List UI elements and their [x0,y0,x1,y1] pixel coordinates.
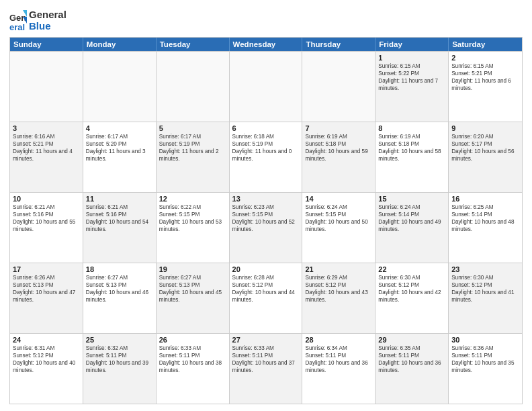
cal-cell-2-5: 15Sunrise: 6:24 AM Sunset: 5:14 PM Dayli… [375,193,449,263]
cell-info-14: Sunrise: 6:24 AM Sunset: 5:15 PM Dayligh… [305,203,372,233]
page: Gen eral General Blue SundayMondayTuesda… [0,0,532,411]
day-number-8: 8 [378,124,445,132]
cal-cell-0-5: 1Sunrise: 6:15 AM Sunset: 5:22 PM Daylig… [375,52,449,122]
day-number-3: 3 [13,124,80,132]
cell-info-28: Sunrise: 6:34 AM Sunset: 5:11 PM Dayligh… [305,345,372,374]
cell-info-21: Sunrise: 6:29 AM Sunset: 5:12 PM Dayligh… [305,274,372,304]
cal-cell-3-4: 21Sunrise: 6:29 AM Sunset: 5:12 PM Dayli… [302,263,375,333]
cal-cell-2-4: 14Sunrise: 6:24 AM Sunset: 5:15 PM Dayli… [302,193,375,263]
cell-info-23: Sunrise: 6:30 AM Sunset: 5:12 PM Dayligh… [451,274,519,304]
cell-info-9: Sunrise: 6:20 AM Sunset: 5:17 PM Dayligh… [451,133,519,163]
cal-cell-4-6: 30Sunrise: 6:36 AM Sunset: 5:11 PM Dayli… [449,334,522,404]
day-number-12: 12 [159,195,226,203]
cell-info-17: Sunrise: 6:26 AM Sunset: 5:13 PM Dayligh… [13,274,80,304]
cal-cell-0-3 [230,52,303,122]
day-number-21: 21 [305,265,372,273]
cell-info-5: Sunrise: 6:17 AM Sunset: 5:19 PM Dayligh… [159,133,226,163]
day-number-2: 2 [451,54,519,62]
day-number-26: 26 [159,336,226,344]
day-number-23: 23 [451,265,519,273]
cal-cell-2-6: 16Sunrise: 6:25 AM Sunset: 5:14 PM Dayli… [449,193,522,263]
cell-info-27: Sunrise: 6:33 AM Sunset: 5:11 PM Dayligh… [232,345,300,374]
day-number-18: 18 [86,265,153,273]
cell-info-11: Sunrise: 6:21 AM Sunset: 5:16 PM Dayligh… [86,203,153,233]
day-number-10: 10 [13,195,80,203]
cal-cell-0-2 [157,52,230,122]
cal-row-0: 1Sunrise: 6:15 AM Sunset: 5:22 PM Daylig… [10,51,522,122]
cell-info-6: Sunrise: 6:18 AM Sunset: 5:19 PM Dayligh… [232,133,300,163]
cal-cell-4-5: 29Sunrise: 6:35 AM Sunset: 5:11 PM Dayli… [375,334,449,404]
cell-info-30: Sunrise: 6:36 AM Sunset: 5:11 PM Dayligh… [451,345,519,374]
calendar: SundayMondayTuesdayWednesdayThursdayFrid… [9,37,523,404]
cell-info-15: Sunrise: 6:24 AM Sunset: 5:14 PM Dayligh… [378,203,445,233]
cal-cell-0-0 [10,52,83,122]
calendar-header-row: SundayMondayTuesdayWednesdayThursdayFrid… [10,38,522,51]
cal-row-4: 24Sunrise: 6:31 AM Sunset: 5:12 PM Dayli… [10,333,522,404]
svg-text:eral: eral [9,22,25,32]
cell-info-10: Sunrise: 6:21 AM Sunset: 5:16 PM Dayligh… [13,203,80,233]
cal-cell-4-3: 27Sunrise: 6:33 AM Sunset: 5:11 PM Dayli… [230,334,303,404]
cell-info-18: Sunrise: 6:27 AM Sunset: 5:13 PM Dayligh… [86,274,153,304]
cell-info-1: Sunrise: 6:15 AM Sunset: 5:22 PM Dayligh… [378,62,445,92]
calendar-body: 1Sunrise: 6:15 AM Sunset: 5:22 PM Daylig… [10,51,522,404]
cal-cell-1-1: 4Sunrise: 6:17 AM Sunset: 5:20 PM Daylig… [83,122,157,192]
cell-info-8: Sunrise: 6:19 AM Sunset: 5:18 PM Dayligh… [378,133,445,163]
cal-header-sunday: Sunday [10,38,83,51]
cal-cell-3-2: 19Sunrise: 6:27 AM Sunset: 5:13 PM Dayli… [157,263,230,333]
day-number-9: 9 [451,124,519,132]
day-number-16: 16 [451,195,519,203]
cal-cell-2-2: 12Sunrise: 6:22 AM Sunset: 5:15 PM Dayli… [157,193,230,263]
day-number-25: 25 [86,336,153,344]
day-number-14: 14 [305,195,372,203]
day-number-11: 11 [86,195,153,203]
cal-cell-4-2: 26Sunrise: 6:33 AM Sunset: 5:11 PM Dayli… [157,334,230,404]
cal-cell-3-5: 22Sunrise: 6:30 AM Sunset: 5:12 PM Dayli… [375,263,449,333]
cal-header-thursday: Thursday [302,38,375,51]
cell-info-24: Sunrise: 6:31 AM Sunset: 5:12 PM Dayligh… [13,345,80,374]
cal-cell-3-1: 18Sunrise: 6:27 AM Sunset: 5:13 PM Dayli… [83,263,157,333]
cell-info-20: Sunrise: 6:28 AM Sunset: 5:12 PM Dayligh… [232,274,300,304]
cal-cell-2-0: 10Sunrise: 6:21 AM Sunset: 5:16 PM Dayli… [10,193,83,263]
cal-cell-1-5: 8Sunrise: 6:19 AM Sunset: 5:18 PM Daylig… [375,122,449,192]
day-number-19: 19 [159,265,226,273]
day-number-24: 24 [13,336,80,344]
cal-cell-1-4: 7Sunrise: 6:19 AM Sunset: 5:18 PM Daylig… [302,122,375,192]
cal-header-tuesday: Tuesday [157,38,230,51]
cal-row-2: 10Sunrise: 6:21 AM Sunset: 5:16 PM Dayli… [10,192,522,263]
cal-cell-4-4: 28Sunrise: 6:34 AM Sunset: 5:11 PM Dayli… [302,334,375,404]
logo-text: General [29,9,66,21]
cal-cell-0-6: 2Sunrise: 6:15 AM Sunset: 5:21 PM Daylig… [449,52,522,122]
cal-cell-1-3: 6Sunrise: 6:18 AM Sunset: 5:19 PM Daylig… [230,122,303,192]
header: Gen eral General Blue [9,7,523,32]
cal-cell-1-0: 3Sunrise: 6:16 AM Sunset: 5:21 PM Daylig… [10,122,83,192]
day-number-28: 28 [305,336,372,344]
logo: Gen eral General Blue [9,9,66,32]
day-number-15: 15 [378,195,445,203]
cell-info-16: Sunrise: 6:25 AM Sunset: 5:14 PM Dayligh… [451,203,519,233]
day-number-7: 7 [305,124,372,132]
day-number-4: 4 [86,124,153,132]
cal-cell-0-4 [302,52,375,122]
cell-info-13: Sunrise: 6:23 AM Sunset: 5:15 PM Dayligh… [232,203,300,233]
cal-cell-3-0: 17Sunrise: 6:26 AM Sunset: 5:13 PM Dayli… [10,263,83,333]
day-number-13: 13 [232,195,300,203]
cell-info-3: Sunrise: 6:16 AM Sunset: 5:21 PM Dayligh… [13,133,80,163]
cal-cell-4-0: 24Sunrise: 6:31 AM Sunset: 5:12 PM Dayli… [10,334,83,404]
day-number-27: 27 [232,336,300,344]
day-number-20: 20 [232,265,300,273]
cell-info-7: Sunrise: 6:19 AM Sunset: 5:18 PM Dayligh… [305,133,372,163]
cell-info-19: Sunrise: 6:27 AM Sunset: 5:13 PM Dayligh… [159,274,226,304]
cal-cell-2-1: 11Sunrise: 6:21 AM Sunset: 5:16 PM Dayli… [83,193,157,263]
logo-blue-text: Blue [29,21,66,32]
cell-info-29: Sunrise: 6:35 AM Sunset: 5:11 PM Dayligh… [378,345,445,374]
cal-header-saturday: Saturday [449,38,522,51]
cal-header-monday: Monday [83,38,157,51]
cell-info-4: Sunrise: 6:17 AM Sunset: 5:20 PM Dayligh… [86,133,153,163]
cal-cell-3-3: 20Sunrise: 6:28 AM Sunset: 5:12 PM Dayli… [230,263,303,333]
day-number-30: 30 [451,336,519,344]
cal-cell-4-1: 25Sunrise: 6:32 AM Sunset: 5:11 PM Dayli… [83,334,157,404]
cell-info-2: Sunrise: 6:15 AM Sunset: 5:21 PM Dayligh… [451,62,519,92]
cal-header-wednesday: Wednesday [230,38,303,51]
cal-header-friday: Friday [375,38,449,51]
cal-cell-2-3: 13Sunrise: 6:23 AM Sunset: 5:15 PM Dayli… [230,193,303,263]
